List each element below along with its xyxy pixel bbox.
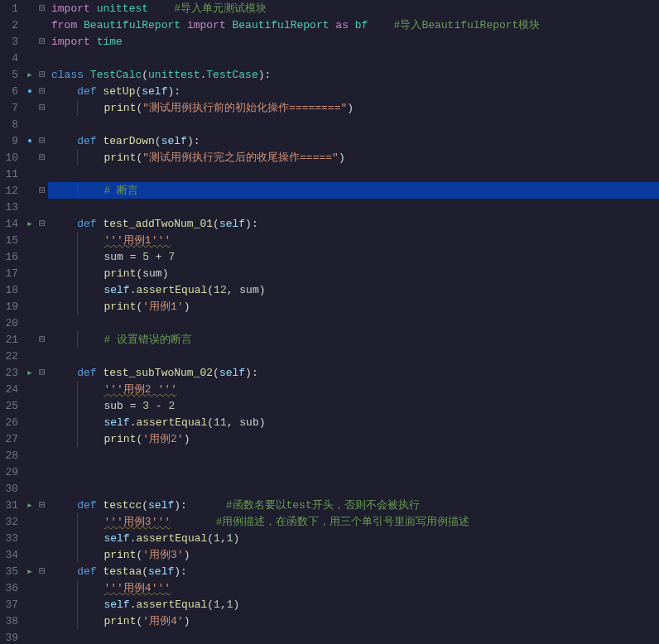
- line-number[interactable]: 9: [0, 135, 23, 147]
- code-line[interactable]: [48, 199, 659, 215]
- line-number[interactable]: 4: [0, 52, 23, 65]
- code-line[interactable]: [48, 315, 659, 331]
- code-line[interactable]: [48, 480, 659, 497]
- line-number[interactable]: 1: [0, 2, 23, 15]
- code-line[interactable]: def tearDown(self):: [48, 132, 659, 149]
- line-number[interactable]: 39: [0, 632, 23, 644]
- fold-toggle[interactable]: ⊟: [36, 184, 48, 197]
- marker-slot[interactable]: ▶: [23, 501, 36, 510]
- line-number[interactable]: 14: [0, 218, 23, 230]
- code-line[interactable]: import time: [48, 33, 659, 50]
- fold-toggle[interactable]: ⊟: [36, 68, 48, 81]
- run-triangle-icon[interactable]: ▶: [27, 567, 31, 576]
- breakpoint-icon[interactable]: [27, 138, 32, 143]
- run-triangle-icon[interactable]: ▶: [27, 219, 31, 228]
- code-line[interactable]: [48, 464, 659, 480]
- code-line[interactable]: print("测试用例执行完之后的收尾操作====="): [48, 149, 659, 166]
- code-line[interactable]: def testcc(self): #函数名要以test开头，否则不会被执行: [48, 497, 659, 513]
- code-line[interactable]: '''用例3''' #用例描述，在函数下，用三个单引号里面写用例描述: [48, 513, 659, 530]
- code-line[interactable]: self.assertEqual(1,1): [48, 596, 659, 613]
- code-line[interactable]: print('用例1'): [48, 298, 659, 315]
- run-triangle-icon[interactable]: ▶: [27, 501, 31, 510]
- line-number[interactable]: 34: [0, 549, 23, 561]
- code-line[interactable]: def setUp(self):: [48, 83, 659, 99]
- line-number[interactable]: 22: [0, 350, 23, 363]
- code-line[interactable]: print("测试用例执行前的初始化操作========"): [48, 99, 659, 116]
- marker-slot[interactable]: ▶: [23, 219, 36, 228]
- fold-toggle[interactable]: ⊟: [36, 101, 48, 114]
- line-number[interactable]: 24: [0, 383, 23, 396]
- line-number[interactable]: 26: [0, 416, 23, 429]
- fold-toggle[interactable]: ⊟: [36, 366, 48, 379]
- line-number[interactable]: 20: [0, 317, 23, 329]
- line-number[interactable]: 8: [0, 118, 23, 131]
- breakpoint-icon[interactable]: [27, 89, 32, 94]
- run-triangle-icon[interactable]: ▶: [27, 70, 31, 79]
- code-line[interactable]: def testaa(self):: [48, 563, 659, 579]
- line-number[interactable]: 25: [0, 400, 23, 412]
- fold-toggle[interactable]: ⊟: [36, 565, 48, 578]
- code-line[interactable]: class TestCalc(unittest.TestCase):: [48, 66, 659, 83]
- fold-toggle[interactable]: ⊟: [36, 333, 48, 346]
- fold-toggle[interactable]: ⊟: [36, 35, 48, 48]
- marker-slot[interactable]: ▶: [23, 368, 36, 377]
- code-line[interactable]: import unittest #导入单元测试模块: [48, 0, 659, 17]
- code-line[interactable]: print('用例4'): [48, 613, 659, 629]
- code-line[interactable]: [48, 447, 659, 464]
- line-number[interactable]: 6: [0, 85, 23, 98]
- fold-toggle[interactable]: ⊟: [36, 2, 48, 15]
- code-line[interactable]: [48, 629, 659, 644]
- line-number[interactable]: 30: [0, 483, 23, 495]
- run-triangle-icon[interactable]: ▶: [27, 368, 31, 377]
- line-number[interactable]: 36: [0, 582, 23, 594]
- marker-slot[interactable]: ▶: [23, 567, 36, 576]
- fold-toggle[interactable]: ⊟: [36, 217, 48, 230]
- code-line[interactable]: self.assertEqual(12, sum): [48, 281, 659, 298]
- line-number[interactable]: 2: [0, 19, 23, 31]
- line-number[interactable]: 3: [0, 36, 23, 48]
- code-line[interactable]: sub = 3 - 2: [48, 397, 659, 414]
- code-line[interactable]: [48, 50, 659, 66]
- fold-toggle[interactable]: ⊟: [36, 84, 48, 98]
- line-number[interactable]: 23: [0, 367, 23, 379]
- line-number[interactable]: 27: [0, 433, 23, 445]
- code-line[interactable]: '''用例1''': [48, 232, 659, 248]
- marker-slot[interactable]: [23, 89, 36, 94]
- code-line[interactable]: print(sum): [48, 265, 659, 281]
- line-number[interactable]: 33: [0, 532, 23, 545]
- code-line[interactable]: '''用例2 ''': [48, 381, 659, 397]
- line-number[interactable]: 38: [0, 615, 23, 627]
- line-number[interactable]: 19: [0, 300, 23, 313]
- code-area[interactable]: import unittest #导入单元测试模块from BeautifulR…: [48, 0, 659, 644]
- line-number[interactable]: 12: [0, 185, 23, 197]
- line-number[interactable]: 28: [0, 449, 23, 462]
- code-line[interactable]: def test_subTwoNum_02(self):: [48, 364, 659, 381]
- marker-slot[interactable]: [23, 138, 36, 143]
- line-number[interactable]: 11: [0, 168, 23, 180]
- fold-toggle[interactable]: ⊟: [36, 498, 48, 512]
- code-line[interactable]: print('用例2'): [48, 430, 659, 447]
- code-line[interactable]: [48, 348, 659, 364]
- code-line[interactable]: sum = 5 + 7: [48, 248, 659, 265]
- code-line[interactable]: [48, 116, 659, 132]
- line-number[interactable]: 15: [0, 234, 23, 247]
- code-line[interactable]: # 设置错误的断言: [48, 331, 659, 348]
- line-number[interactable]: 7: [0, 102, 23, 114]
- line-number[interactable]: 10: [0, 151, 23, 164]
- code-line[interactable]: '''用例4''': [48, 579, 659, 596]
- code-line[interactable]: print('用例3'): [48, 546, 659, 563]
- line-number[interactable]: 32: [0, 516, 23, 528]
- code-line[interactable]: def test_addTwoNum_01(self):: [48, 215, 659, 232]
- code-line[interactable]: [48, 166, 659, 182]
- line-number[interactable]: 37: [0, 598, 23, 611]
- code-line[interactable]: self.assertEqual(1,1): [48, 530, 659, 546]
- line-number[interactable]: 29: [0, 466, 23, 478]
- line-number[interactable]: 18: [0, 284, 23, 296]
- fold-toggle[interactable]: ⊟: [36, 134, 48, 147]
- code-line[interactable]: # 断言: [48, 182, 659, 199]
- fold-toggle[interactable]: ⊟: [36, 151, 48, 164]
- line-number[interactable]: 31: [0, 499, 23, 512]
- line-number[interactable]: 16: [0, 251, 23, 263]
- line-number[interactable]: 13: [0, 201, 23, 214]
- code-line[interactable]: self.assertEqual(11, sub): [48, 414, 659, 430]
